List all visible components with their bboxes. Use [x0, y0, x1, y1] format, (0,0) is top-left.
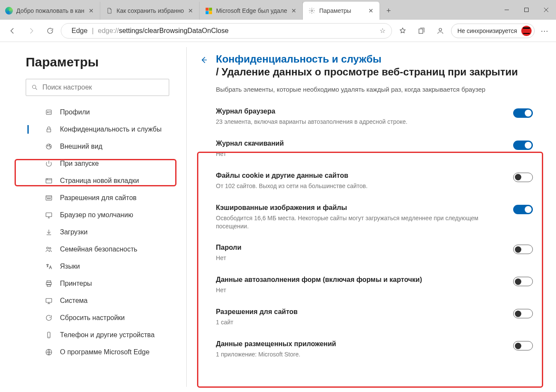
page-identity: Edge	[72, 27, 87, 35]
sidebar-item-label: Браузер по умолчанию	[60, 211, 133, 219]
tab-label: Как сохранить избранно	[117, 7, 184, 14]
sidebar-item-label: Конфиденциальность и службы	[60, 126, 161, 133]
svg-point-15	[48, 146, 48, 147]
sidebar-item-system[interactable]: Система	[26, 292, 180, 309]
sidebar-item-printer[interactable]: Принтеры	[26, 275, 180, 292]
toggle[interactable]	[513, 205, 533, 214]
toggle[interactable]	[513, 277, 533, 286]
sidebar-item-reset[interactable]: Сбросить настройки	[26, 309, 180, 326]
toggle[interactable]	[513, 141, 533, 150]
close-icon[interactable]: ✕	[88, 7, 95, 14]
svg-rect-34	[47, 284, 51, 287]
toggle[interactable]	[513, 309, 533, 318]
power-icon	[45, 159, 53, 168]
back-button[interactable]	[4, 23, 21, 39]
close-window-button[interactable]	[536, 0, 556, 20]
toggle[interactable]	[513, 108, 533, 118]
sidebar-item-lang[interactable]: Языки	[26, 258, 180, 275]
breadcrumb: Конфиденциальность и службы / Удаление д…	[200, 53, 539, 78]
sidebar-item-label: Принтеры	[60, 280, 92, 287]
sidebar-item-default[interactable]: Браузер по умолчанию	[26, 206, 180, 224]
sidebar-item-about[interactable]: О программе Microsoft Edge	[26, 344, 180, 361]
svg-point-16	[49, 145, 50, 146]
system-icon	[45, 296, 53, 305]
sidebar-item-label: Загрузки	[60, 228, 87, 236]
about-icon	[45, 348, 53, 356]
more-button[interactable]: ⋯	[537, 26, 552, 36]
toggle[interactable]	[513, 341, 533, 350]
sidebar-item-profile[interactable]: Профили	[26, 104, 180, 121]
tab-settings[interactable]: Параметры ✕	[303, 2, 380, 20]
svg-rect-18	[46, 179, 52, 183]
family-icon	[45, 245, 53, 254]
setting-description: Нет	[216, 286, 505, 294]
breadcrumb-back-button[interactable]	[200, 56, 208, 66]
permissions-icon	[45, 194, 53, 202]
avatar	[521, 26, 532, 36]
toggle[interactable]	[513, 173, 533, 182]
maximize-button[interactable]	[517, 0, 536, 20]
svg-point-30	[47, 247, 49, 249]
profile-button[interactable]	[432, 23, 448, 39]
content: Параметры Поиск настроек ПрофилиКонфиден…	[0, 42, 556, 392]
tabs: Добро пожаловать в кан ✕ Как сохранить и…	[0, 0, 497, 20]
setting-title: Разрешения для сайтов	[216, 308, 505, 316]
breadcrumb-parent[interactable]: Конфиденциальность и службы	[216, 53, 518, 65]
url-text: edge://settings/clearBrowsingDataOnClose	[98, 27, 229, 35]
favorite-icon[interactable]: ☆	[380, 27, 386, 35]
sidebar-item-label: Внешний вид	[60, 143, 102, 150]
sidebar-item-newtab[interactable]: Страница новой вкладки	[26, 172, 180, 189]
close-icon[interactable]: ✕	[290, 7, 297, 14]
sidebar-item-label: Языки	[60, 263, 80, 270]
tab-save-favorites[interactable]: Как сохранить избранно ✕	[100, 2, 200, 20]
sidebar-item-family[interactable]: Семейная безопасность	[26, 241, 180, 258]
sidebar-item-label: Страница новой вкладки	[60, 177, 139, 185]
setting-description: Нет	[216, 254, 505, 262]
main-panel: Конфиденциальность и службы / Удаление д…	[187, 42, 556, 392]
sync-status[interactable]: Не синхронизируется	[451, 24, 535, 38]
toggle[interactable]	[513, 245, 533, 254]
svg-line-8	[36, 88, 37, 90]
refresh-button[interactable]	[42, 23, 58, 39]
address-bar[interactable]: Edge | edge://settings/clearBrowsingData…	[61, 23, 392, 39]
favorites-button[interactable]	[395, 23, 411, 39]
sidebar: Параметры Поиск настроек ПрофилиКонфиден…	[0, 42, 186, 392]
printer-icon	[45, 279, 53, 288]
tab-label: Добро пожаловать в кан	[16, 7, 84, 14]
sidebar-item-label: Сбросить настройки	[60, 314, 125, 322]
close-icon[interactable]: ✕	[368, 7, 374, 14]
nav-list: ПрофилиКонфиденциальность и службыВнешни…	[26, 104, 186, 361]
svg-rect-32	[47, 281, 51, 282]
sidebar-item-label: Система	[60, 297, 87, 305]
setting-row: Журнал браузера23 элемента, включая вари…	[216, 102, 535, 134]
close-icon[interactable]: ✕	[187, 7, 194, 14]
sidebar-item-lock[interactable]: Конфиденциальность и службы	[26, 121, 180, 138]
minimize-button[interactable]	[497, 0, 517, 20]
sidebar-item-label: При запуске	[60, 160, 99, 168]
setting-description: Нет	[216, 150, 505, 158]
sidebar-item-label: Профили	[60, 108, 90, 116]
sidebar-item-power[interactable]: При запуске	[26, 155, 180, 172]
titlebar: Добро пожаловать в кан ✕ Как сохранить и…	[0, 0, 556, 20]
profile-icon	[45, 108, 53, 117]
setting-title: Данные размещенных приложений	[216, 340, 505, 348]
tab-edge-removed[interactable]: Microsoft Edge был удале ✕	[200, 2, 303, 20]
setting-row: Файлы cookie и другие данные сайтовОт 10…	[216, 166, 535, 198]
sidebar-item-permissions[interactable]: Разрешения для сайтов	[26, 189, 180, 206]
separator: |	[92, 27, 93, 35]
svg-point-10	[47, 112, 48, 113]
breadcrumb-current: / Удаление данных о просмотре веб-страни…	[216, 66, 518, 78]
sidebar-item-phone[interactable]: Телефон и другие устройства	[26, 326, 180, 344]
svg-point-6	[439, 28, 442, 31]
tab-welcome[interactable]: Добро пожаловать в кан ✕	[0, 2, 100, 20]
new-tab-button[interactable]: +	[380, 2, 397, 20]
collections-button[interactable]	[413, 23, 430, 39]
forward-button[interactable]	[23, 23, 39, 39]
sidebar-item-download[interactable]: Загрузки	[26, 224, 180, 241]
sidebar-heading: Параметры	[26, 55, 186, 69]
sidebar-item-label: Семейная безопасность	[60, 245, 138, 253]
search-input[interactable]: Поиск настроек	[26, 79, 169, 96]
sidebar-item-appearance[interactable]: Внешний вид	[26, 138, 180, 155]
setting-title: Кэшированные изображения и файлы	[216, 204, 505, 212]
svg-point-23	[47, 198, 48, 199]
